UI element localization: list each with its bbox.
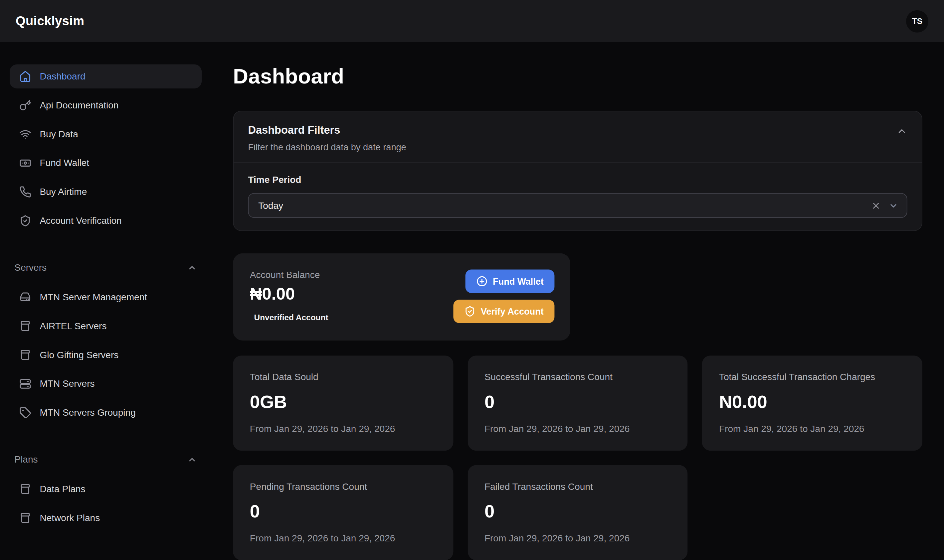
time-period-value: Today (258, 200, 871, 211)
balance-label: Account Balance (250, 270, 329, 281)
avatar[interactable]: TS (906, 10, 929, 32)
shield-check-icon (19, 215, 31, 227)
sidebar-item-label: Network Plans (40, 513, 100, 524)
sidebar-item-data-plans[interactable]: Data Plans (10, 477, 202, 501)
stat-card-total-data-sold: Total Data Sould 0GB From Jan 29, 2026 t… (233, 355, 453, 451)
sidebar-item-mtn-servers[interactable]: MTN Servers (10, 372, 202, 396)
filters-body: Time Period Today (234, 163, 922, 231)
stat-card-pending-transactions: Pending Transactions Count 0 From Jan 29… (233, 465, 453, 560)
balance-info: Account Balance ₦0.00 Unverified Account (250, 270, 329, 340)
chevron-up-icon (187, 455, 197, 465)
dashboard-filters-card: Dashboard Filters Filter the dashboard d… (233, 111, 922, 231)
shield-check-icon (464, 306, 475, 317)
sidebar-item-mtn-servers-grouping[interactable]: MTN Servers Grouping (10, 401, 202, 425)
top-bar: Quicklysim TS (0, 0, 944, 42)
sidebar-item-label: MTN Servers Grouping (40, 408, 136, 418)
stat-value: N0.00 (719, 392, 908, 412)
server-icon (19, 378, 31, 390)
verify-account-label: Verify Account (481, 306, 544, 317)
sidebar-item-dashboard[interactable]: Dashboard (10, 65, 202, 88)
page-title: Dashboard (233, 65, 922, 88)
sidebar-item-label: Buy Data (40, 129, 78, 140)
filters-subtitle: Filter the dashboard data by date range (248, 142, 907, 152)
chevron-down-icon[interactable] (889, 200, 898, 210)
stats-grid: Total Data Sould 0GB From Jan 29, 2026 t… (233, 355, 922, 560)
time-period-select[interactable]: Today (248, 193, 907, 218)
sidebar-item-label: MTN Servers (40, 378, 94, 389)
sidebar-item-account-verification[interactable]: Account Verification (10, 209, 202, 233)
filters-header: Dashboard Filters Filter the dashboard d… (234, 111, 922, 163)
stat-label: Total Data Sould (250, 372, 439, 383)
verification-status: Unverified Account (250, 313, 329, 322)
sidebar-item-buy-data[interactable]: Buy Data (10, 122, 202, 146)
sidebar-item-glo-gifting-servers[interactable]: Glo Gifting Servers (10, 343, 202, 367)
sidebar-item-label: MTN Server Management (40, 292, 147, 303)
sidebar-section-wallet-management[interactable]: Wallet Management (10, 558, 202, 560)
sidebar-item-airtel-servers[interactable]: AIRTEL Servers (10, 314, 202, 338)
phone-icon (19, 186, 31, 198)
sidebar-item-buy-airtime[interactable]: Buy Airtime (10, 180, 202, 204)
sidebar-section-servers[interactable]: Servers (10, 260, 202, 275)
archive-icon (19, 483, 31, 495)
stat-label: Pending Transactions Count (250, 481, 439, 492)
stat-card-transaction-charges: Total Successful Transaction Charges N0.… (702, 355, 922, 451)
stat-value: 0 (250, 501, 439, 522)
sidebar-item-label: AIRTEL Servers (40, 321, 106, 332)
stat-date-range: From Jan 29, 2026 to Jan 29, 2026 (719, 424, 908, 435)
fund-wallet-button[interactable]: Fund Wallet (465, 270, 555, 293)
sidebar-item-label: Glo Gifting Servers (40, 349, 119, 360)
archive-icon (19, 320, 31, 332)
stat-value: 0 (484, 392, 674, 412)
stat-label: Successful Transactions Count (484, 372, 674, 383)
app-root: Quicklysim TS Dashboard Api Documentatio… (0, 0, 944, 560)
time-period-label: Time Period (248, 175, 907, 186)
stat-label: Failed Transactions Count (484, 481, 674, 492)
tag-icon (19, 407, 31, 418)
stat-date-range: From Jan 29, 2026 to Jan 29, 2026 (250, 533, 439, 544)
brand-logo: Quicklysim (15, 14, 84, 28)
filters-title: Dashboard Filters (248, 124, 907, 137)
wifi-icon (19, 128, 31, 140)
sidebar-item-fund-wallet[interactable]: Fund Wallet (10, 151, 202, 175)
home-icon (19, 71, 31, 83)
hard-drive-icon (19, 291, 31, 303)
archive-icon (19, 349, 31, 361)
sidebar-item-label: Buy Airtime (40, 186, 87, 197)
stat-value: 0 (484, 501, 674, 522)
sidebar-item-label: Dashboard (40, 71, 85, 82)
sidebar-item-label: Api Documentation (40, 100, 119, 111)
main-content: Dashboard Dashboard Filters Filter the d… (211, 42, 944, 560)
sidebar: Dashboard Api Documentation Buy Data Fun… (0, 42, 211, 560)
sidebar-section-plans[interactable]: Plans (10, 452, 202, 467)
stat-date-range: From Jan 29, 2026 to Jan 29, 2026 (250, 424, 439, 435)
balance-value: ₦0.00 (250, 285, 329, 304)
stat-card-successful-transactions: Successful Transactions Count 0 From Jan… (467, 355, 688, 451)
stat-value: 0GB (250, 392, 439, 412)
section-label: Servers (14, 262, 46, 273)
sidebar-item-network-plans[interactable]: Network Plans (10, 506, 202, 530)
sidebar-item-label: Fund Wallet (40, 158, 89, 169)
section-label: Plans (14, 454, 38, 465)
chevron-up-icon (187, 263, 197, 273)
sidebar-item-label: Account Verification (40, 215, 122, 226)
account-balance-card: Account Balance ₦0.00 Unverified Account… (233, 254, 570, 340)
stat-label: Total Successful Transaction Charges (719, 372, 908, 383)
stat-card-failed-transactions: Failed Transactions Count 0 From Jan 29,… (467, 465, 688, 560)
archive-icon (19, 512, 31, 524)
banknote-icon (19, 157, 31, 169)
sidebar-item-label: Data Plans (40, 484, 85, 495)
balance-actions: Fund Wallet Verify Account (453, 270, 555, 340)
plus-circle-icon (476, 276, 487, 287)
sidebar-item-api-documentation[interactable]: Api Documentation (10, 93, 202, 117)
stat-date-range: From Jan 29, 2026 to Jan 29, 2026 (484, 533, 674, 544)
fund-wallet-label: Fund Wallet (493, 276, 544, 286)
clear-x-icon[interactable] (871, 200, 881, 210)
key-icon (19, 99, 31, 111)
sidebar-item-mtn-server-management[interactable]: MTN Server Management (10, 285, 202, 309)
collapse-chevron-up-icon[interactable] (896, 126, 907, 137)
stat-date-range: From Jan 29, 2026 to Jan 29, 2026 (484, 424, 674, 435)
verify-account-button[interactable]: Verify Account (453, 300, 555, 323)
